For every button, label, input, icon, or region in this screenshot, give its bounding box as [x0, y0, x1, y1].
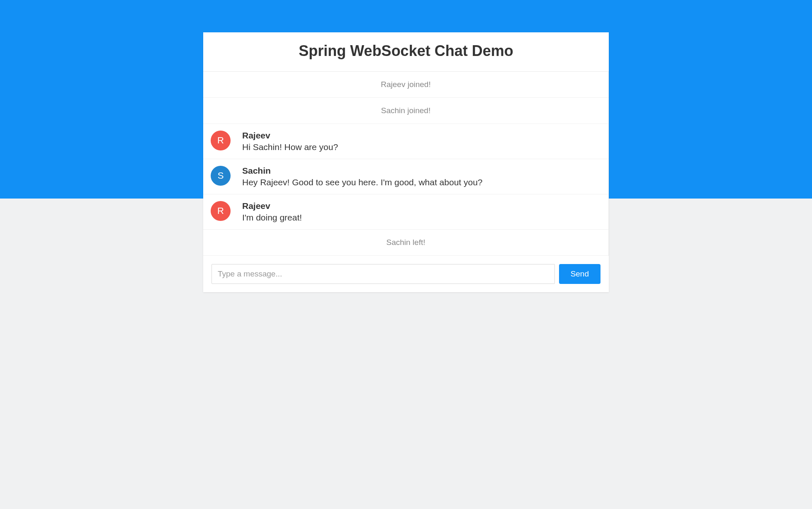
send-button[interactable]: Send	[559, 264, 600, 284]
message-sender: Rajeev	[242, 131, 601, 141]
message-area[interactable]: Rajeev joined!Sachin joined!RRajeevHi Sa…	[203, 72, 609, 256]
message-content: RajeevI'm doing great!	[242, 201, 601, 223]
message-content: SachinHey Rajeev! Good to see you here. …	[242, 166, 601, 187]
message-sender: Rajeev	[242, 201, 601, 211]
input-area: Send	[203, 256, 609, 292]
message-text: Hi Sachin! How are you?	[242, 142, 601, 152]
chat-title: Spring WebSocket Chat Demo	[212, 42, 600, 60]
event-message: Sachin left!	[203, 230, 608, 256]
chat-message: RRajeevI'm doing great!	[203, 194, 608, 230]
message-text: Hey Rajeev! Good to see you here. I'm go…	[242, 177, 601, 187]
avatar: R	[211, 131, 231, 150]
message-sender: Sachin	[242, 166, 601, 176]
avatar: R	[211, 201, 231, 221]
event-message: Rajeev joined!	[203, 72, 608, 98]
message-text: I'm doing great!	[242, 213, 601, 223]
message-content: RajeevHi Sachin! How are you?	[242, 131, 601, 152]
message-input[interactable]	[212, 264, 555, 284]
avatar: S	[211, 166, 231, 186]
chat-container: Spring WebSocket Chat Demo Rajeev joined…	[203, 32, 609, 292]
chat-header: Spring WebSocket Chat Demo	[203, 32, 609, 72]
chat-message: RRajeevHi Sachin! How are you?	[203, 124, 608, 159]
event-message: Sachin joined!	[203, 98, 608, 124]
chat-message: SSachinHey Rajeev! Good to see you here.…	[203, 159, 608, 194]
